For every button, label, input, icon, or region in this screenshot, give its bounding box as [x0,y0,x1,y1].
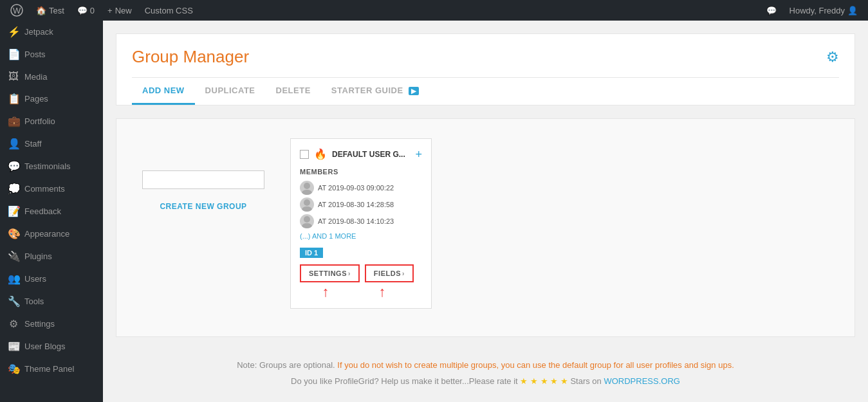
sidebar-item-tools[interactable]: 🔧 Tools [0,290,103,313]
wp-logo-btn[interactable]: W [5,0,28,21]
avatar [300,197,314,212]
howdy-btn[interactable]: Howdy, Freddy 👤 [784,0,863,21]
custom-css-btn[interactable]: Custom CSS [140,0,198,21]
id-badge: ID 1 [300,248,323,258]
member-row: AT 2019-09-03 09:00:22 [300,181,422,195]
media-icon: 🖼 [8,71,19,82]
sidebar-item-pages[interactable]: 📋 Pages [0,87,103,110]
settings-btn-label: SETTINGS [309,270,347,277]
sidebar-label-posts: Posts [24,50,46,59]
main-layout: ⚡ Jetpack 📄 Posts 🖼 Media 📋 Pages 💼 Port… [0,21,868,402]
page-title: Group Manager [132,47,249,67]
site-home-btn[interactable]: 🏠 Test [31,0,69,21]
id-value: 1 [314,249,318,257]
avatar [300,214,314,228]
svg-point-7 [302,223,312,228]
appearance-icon: 🎨 [8,228,19,240]
comments-count: 0 [90,6,95,15]
testimonials-icon: 💬 [8,160,19,172]
more-count[interactable]: 1 [329,232,333,240]
wordpress-org-link[interactable]: WORDPRESS.ORG [604,376,679,386]
sidebar-item-staff[interactable]: 👤 Staff [0,132,103,155]
tab-delete[interactable]: DELETE [266,78,321,105]
settings-arrow-indicator: ↑ [300,285,351,299]
staff-icon: 👤 [8,138,19,150]
sidebar-item-posts[interactable]: 📄 Posts [0,43,103,66]
sidebar-item-jetpack[interactable]: ⚡ Jetpack [0,21,103,43]
tab-duplicate[interactable]: DUPLICATE [195,78,266,105]
sidebar-item-settings[interactable]: ⚙ Settings [0,313,103,335]
more-label: MORE [335,232,356,240]
note-text: Note: Groups are optional. If you do not… [116,360,855,370]
admin-bar-right: 💬 Howdy, Freddy 👤 [761,0,863,21]
admin-bar: W 🏠 Test 💬 0 + New Custom CSS 💬 Howdy, F… [0,0,868,21]
new-btn[interactable]: + New [102,0,137,21]
howdy-text: Howdy, Freddy [790,6,845,15]
sidebar: ⚡ Jetpack 📄 Posts 🖼 Media 📋 Pages 💼 Port… [0,21,103,402]
notifications-btn[interactable]: 💬 [761,0,782,21]
portfolio-icon: 💼 [8,115,19,127]
fields-button[interactable]: FIELDS › [365,264,414,282]
sidebar-label-feedback: Feedback [24,206,61,216]
note-link: If you do not wish to create multiple gr… [337,360,734,370]
footer-note: Note: Groups are optional. If you do not… [103,350,868,391]
sidebar-label-settings: Settings [24,319,55,329]
fields-btn-label: FIELDS [374,270,401,277]
svg-point-2 [304,183,310,189]
member-date: AT 2019-08-30 14:10:23 [318,217,394,225]
custom-css-label: Custom CSS [145,6,193,15]
settings-icon: ⚙ [8,318,19,330]
sidebar-item-testimonials[interactable]: 💬 Testimonials [0,155,103,178]
settings-up-arrow-icon: ↑ [322,285,329,299]
sidebar-item-appearance[interactable]: 🎨 Appearance [0,223,103,245]
gear-button[interactable]: ⚙ [826,49,839,66]
site-name: Test [49,6,64,15]
sidebar-label-appearance: Appearance [24,229,69,239]
comments-btn[interactable]: 💬 0 [72,0,100,21]
sidebar-item-feedback[interactable]: 📝 Feedback [0,200,103,223]
sidebar-item-media[interactable]: 🖼 Media [0,66,103,87]
new-label: New [115,6,132,15]
create-new-group-button[interactable]: CREATE NEW GROUP [160,202,246,211]
sidebar-label-portfolio: Portfolio [24,116,55,126]
tab-addnew[interactable]: ADD NEW [132,78,195,105]
starter-guide-icon: ▶ [409,87,420,95]
arrows-row: ↑ ↑ [300,285,422,299]
svg-point-6 [304,216,310,223]
sidebar-label-jetpack: Jetpack [24,27,53,37]
note-prefix: Note: Groups are optional. [237,360,335,370]
pages-icon: 📋 [8,93,19,105]
comments-sidebar-icon: 💭 [8,183,19,195]
sidebar-item-themepanel[interactable]: 🎭 Theme Panel [0,358,103,380]
starter-guide-label: STARTER GUIDE [331,86,403,95]
header-card: Group Manager ⚙ ADD NEW DUPLICATE DELETE… [116,33,855,105]
more-members-prefix: (...) AND [300,232,327,240]
group-checkbox[interactable] [300,150,309,159]
sidebar-item-comments[interactable]: 💭 Comments [0,178,103,200]
star-rating: ★ ★ ★ ★ ★ [520,376,568,386]
group-card-header: 🔥 DEFAULT USER G... + [300,148,422,160]
notification-icon: 💬 [766,6,777,15]
right-panel: 🔥 DEFAULT USER G... + MEMBERS AT 2019-09… [277,132,842,324]
member-date: AT 2019-08-30 14:28:58 [318,201,394,208]
group-name: DEFAULT USER G... [332,150,410,159]
plugins-icon: 🔌 [8,250,19,262]
settings-button[interactable]: SETTINGS › [300,264,360,282]
userblogs-icon: 📰 [8,340,19,352]
group-search-input[interactable] [142,170,264,189]
users-icon: 👥 [8,273,19,285]
stars-label: Stars on [570,376,601,386]
sidebar-item-portfolio[interactable]: 💼 Portfolio [0,110,103,132]
member-date: AT 2019-09-03 09:00:22 [318,184,394,192]
settings-arrow-icon: › [348,270,351,277]
tab-starterguide[interactable]: STARTER GUIDE ▶ [321,78,429,105]
sidebar-item-userblogs[interactable]: 📰 User Blogs [0,335,103,358]
svg-text:W: W [13,6,21,15]
fields-arrow-icon: › [402,270,405,277]
group-icon: 🔥 [314,148,327,160]
sidebar-item-users[interactable]: 👥 Users [0,268,103,290]
group-add-button[interactable]: + [415,149,422,160]
plus-icon: + [107,6,113,15]
sidebar-item-plugins[interactable]: 🔌 Plugins [0,245,103,268]
home-icon: 🏠 [36,6,46,15]
